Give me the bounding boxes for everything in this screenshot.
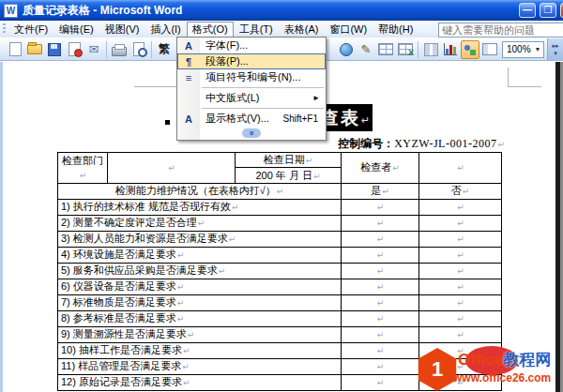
table-row: 3) 检测人员能力和资源是否满足要求↵↵↵ (58, 232, 502, 248)
table-row: 2) 测量不确定度评定是否合理↵↵↵ (58, 216, 502, 232)
menubar-drag-handle[interactable] (3, 23, 6, 35)
no-cell[interactable]: ↵ (419, 200, 502, 216)
no-cell[interactable]: ↵ (419, 327, 502, 343)
menubar-item-window[interactable]: 窗口(W) (324, 22, 373, 38)
question-cell[interactable]: 1) 执行的技术标准 规范是否现行有效↵ (58, 200, 342, 216)
yes-cell[interactable]: ↵ (342, 343, 419, 359)
paragraph-mark: ↵ (377, 330, 385, 339)
paragraph-mark: ↵ (182, 362, 190, 371)
question-cell[interactable]: 12) 原始记录是否满足要求↵ (58, 375, 342, 391)
no-cell[interactable]: ↵ (419, 295, 502, 311)
document-map-icon[interactable] (480, 40, 499, 59)
no-header-cell[interactable]: 否↵ (419, 184, 502, 200)
track-changes-icon[interactable]: ✎ (357, 40, 375, 59)
inspector-cell[interactable]: 检查者↵ (342, 153, 419, 184)
yes-cell[interactable]: ↵ (342, 264, 419, 279)
menubar-item-help[interactable]: 帮助(H) (373, 22, 418, 38)
menubar-item-table[interactable]: 表格(A) (279, 22, 325, 38)
question-cell[interactable]: 8) 参考标准是否满足要求↵ (58, 311, 342, 327)
no-cell[interactable]: ↵ (419, 264, 502, 279)
menu-item-font[interactable]: A字体(F)... (177, 38, 326, 53)
paragraph-mark: ↵ (361, 114, 370, 126)
menubar-item-file[interactable]: 文件(F) (8, 22, 53, 38)
yes-cell[interactable]: ↵ (342, 279, 419, 295)
print-icon[interactable] (110, 40, 129, 59)
paragraph-mark: ↵ (229, 234, 236, 244)
dept-cell[interactable]: 检查部门↵ (58, 153, 108, 184)
yes-cell[interactable]: ↵ (342, 232, 419, 248)
print-preview-icon[interactable] (129, 40, 148, 59)
new-document-icon[interactable] (6, 40, 24, 59)
menubar-item-insert[interactable]: 插入(I) (145, 22, 186, 38)
paragraph-mark: ↵ (377, 266, 385, 276)
yes-cell[interactable]: ↵ (342, 359, 419, 375)
no-cell[interactable]: ↵ (419, 232, 502, 248)
menubar-item-format[interactable]: 格式(O) (187, 22, 234, 38)
menu-item-label: 字体(F)... (200, 38, 326, 53)
paragraph-mark: ↵ (377, 346, 385, 355)
question-cell[interactable]: 4) 环境设施是否满足要求↵ (58, 248, 342, 264)
no-cell[interactable]: ↵ (419, 248, 502, 264)
toolbar-separator (106, 41, 107, 58)
menu-item-asian-layout[interactable]: 中文版式(L)► (177, 90, 326, 106)
yes-cell[interactable]: ↵ (342, 295, 419, 311)
yes-cell[interactable]: ↵ (342, 248, 419, 264)
title-bar: W 质量记录表格 - Microsoft Word — ❐ (0, 0, 563, 21)
hyperlink-icon[interactable] (337, 40, 356, 59)
maximize-button[interactable]: ❐ (540, 3, 556, 18)
menu-item-paragraph[interactable]: ¶段落(P)... (177, 53, 326, 69)
yes-cell[interactable]: ↵ (342, 200, 419, 216)
open-icon[interactable] (25, 40, 44, 59)
yes-cell[interactable]: ↵ (342, 311, 419, 327)
insert-table-icon[interactable] (376, 40, 395, 59)
chart-icon[interactable] (441, 40, 460, 59)
no-cell[interactable]: ↵ (419, 279, 502, 295)
paragraph-mark: ↵ (177, 282, 185, 292)
minimize-button[interactable]: — (519, 3, 536, 18)
question-cell[interactable]: 7) 标准物质是否满足要求↵ (58, 295, 342, 311)
question-cell[interactable]: 3) 检测人员能力和资源是否满足要求↵ (58, 232, 342, 248)
paragraph-mark: ↵ (188, 330, 195, 339)
question-cell[interactable]: 2) 测量不确定度评定是否合理↵ (58, 216, 342, 232)
watermark-url: www.office26.com (453, 371, 551, 384)
question-cell[interactable]: 9) 测量溯源性是否满足要求↵ (58, 327, 342, 343)
save-icon[interactable] (45, 40, 64, 59)
paragraph-mark: ↵ (219, 266, 226, 276)
paragraph-mark: ↵ (177, 250, 185, 260)
question-cell[interactable]: 11) 样品管理是否满足要求↵ (58, 359, 342, 375)
permission-icon[interactable] (65, 40, 84, 59)
yes-cell[interactable]: ↵ (342, 375, 419, 391)
menubar-item-view[interactable]: 视图(V) (99, 22, 145, 38)
help-input[interactable] (438, 23, 563, 38)
no-cell[interactable]: ↵ (419, 216, 502, 232)
yes-cell[interactable]: ↵ (342, 216, 419, 232)
menu-item-reveal-formatting[interactable]: A显示格式(V)...Shift+F1 (177, 111, 326, 127)
section-cell[interactable]: 检测能力维护情况（在表格内打√）↵ (58, 184, 342, 200)
yes-cell[interactable]: ↵ (342, 327, 419, 343)
question-cell[interactable]: 5) 服务和供应品采购是否满足要求↵ (58, 264, 342, 279)
menu-item-bullets-numbering[interactable]: ≡项目符号和编号(N)... (177, 69, 326, 85)
no-cell[interactable]: ↵ (419, 311, 502, 327)
menubar-item-edit[interactable]: 编辑(E) (53, 22, 99, 38)
dept-value-cell[interactable]: ↵ (108, 153, 236, 184)
font-icon: A (177, 40, 200, 52)
zoom-dropdown-arrow-icon[interactable]: ▼ (535, 46, 541, 53)
toolbar-options-button[interactable]: ▸▸▾ (547, 38, 563, 60)
question-cell[interactable]: 6) 仪器设备是否满足要求↵ (58, 279, 342, 295)
zoom-select[interactable]: 100%▼ (502, 41, 544, 58)
mail-icon[interactable]: ✉ (84, 40, 103, 59)
columns-icon[interactable] (421, 40, 440, 59)
page-right-edge (555, 62, 563, 392)
reveal-formatting-icon: A (177, 113, 200, 125)
control-number-line[interactable]: 控制编号：XYZW-JL-001-2007↵ (338, 136, 505, 152)
menubar-item-tools[interactable]: 工具(T) (234, 22, 279, 38)
insert-excel-icon[interactable] (396, 40, 415, 59)
menu-item-label: 项目符号和编号(N)... (200, 70, 326, 84)
drawing-icon[interactable] (461, 40, 479, 59)
table-row: 6) 仪器设备是否满足要求↵↵↵ (58, 279, 502, 295)
yes-header-cell[interactable]: 是↵ (342, 184, 419, 200)
traditional-chinese-icon[interactable]: 繁 (155, 40, 174, 59)
date-cell[interactable]: 检查日期↵ 200 年 月 日↵ (236, 153, 342, 184)
question-cell[interactable]: 10) 抽样工作是否满足要求↵ (58, 343, 342, 359)
inspector-value-cell[interactable]: ↵ (419, 153, 502, 184)
